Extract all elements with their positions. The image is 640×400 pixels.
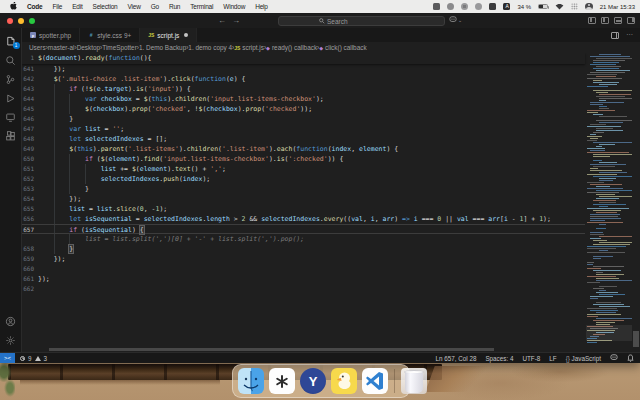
battery-icon[interactable] [538,4,548,10]
zoom-window-button[interactable] [29,18,35,24]
code-line[interactable]: 649 $(this).parent('.list-items').childr… [22,144,585,154]
menu-file[interactable]: File [47,3,67,10]
menu-terminal[interactable]: Terminal [185,3,218,10]
code-line[interactable]: 652 selectedIndexes.push(index); [22,174,585,184]
menu-code[interactable]: Code [22,3,47,10]
app-status-icon-1[interactable] [433,3,440,10]
code-line[interactable]: 657 if (isSequential) { [22,224,585,234]
code-line[interactable]: 658 } [22,244,585,254]
remote-explorer-icon[interactable] [2,108,20,127]
navigate-back-button[interactable]: ← [218,16,226,25]
dock-yandex-icon[interactable]: Y [300,368,326,394]
code-line[interactable]: 660 [22,264,585,274]
tab-style.css[interactable]: #style.css 9+ [80,28,140,42]
toggle-panel-icon[interactable] [614,17,622,24]
breadcrumb-item[interactable]: 1. Demo Backup [139,44,186,51]
problems-status[interactable]: 9 3 [20,355,47,362]
breadcrumb-item[interactable]: 1. demo copy 4 [188,44,232,51]
remote-indicator[interactable]: >< [0,353,15,363]
eol-sequence[interactable]: LF [549,355,556,362]
code-editor[interactable]: 1$(document).ready(function(){641 });642… [22,53,640,352]
app-status-icon-2[interactable] [447,3,454,10]
dock-finder-icon[interactable] [238,368,264,394]
code-line[interactable]: 646 } [22,114,585,124]
code-line[interactable]: 643 if (!$(e.target).is('input')) { [22,84,585,94]
extensions-icon[interactable] [2,127,20,146]
split-editor-icon[interactable] [611,32,619,39]
editor-more-actions-icon[interactable]: ⋯ [626,31,634,39]
minimize-window-button[interactable] [18,18,24,24]
encoding[interactable]: UTF-8 [522,355,540,362]
menu-run[interactable]: Run [164,3,185,10]
horizontal-scrollbar[interactable] [49,348,494,351]
menu-selection[interactable]: Selection [88,3,123,10]
code-line[interactable]: 654 }); [22,194,585,204]
toggle-sidebar-icon[interactable] [588,17,596,24]
battery-percent[interactable]: 34 % [517,4,531,10]
search-icon[interactable] [2,51,20,70]
code-line[interactable]: 650 if ($(element).find('input.list-item… [22,154,585,164]
accounts-icon[interactable] [2,312,20,331]
tab-script.js[interactable]: JSscript.js [140,28,197,42]
keyboard-input-icon[interactable] [571,3,578,10]
settings-gear-icon[interactable] [2,331,20,350]
dock-cyberduck-icon[interactable] [331,368,357,394]
dock-vscode-icon[interactable] [362,368,388,394]
input-a-icon[interactable]: A [503,3,510,10]
breadcrumb-item[interactable]: Desktop [77,44,100,51]
command-center-search[interactable]: Search [278,16,445,27]
explorer-icon[interactable]: 1 [2,32,20,51]
code-line[interactable]: 644 var checkbox = $(this).children('inp… [22,94,585,104]
breadcrumb-item[interactable]: JSscript.js [234,44,264,51]
menubar-clock[interactable]: 21 Mar 15:33 [600,4,635,10]
code-line[interactable]: 656 let isSequential = selectedIndexes.l… [22,214,585,224]
close-window-button[interactable] [7,18,13,24]
menu-view[interactable]: View [123,3,146,10]
wifi-icon[interactable] [555,3,564,10]
language-mode[interactable]: {} JavaScript [566,355,601,362]
navigate-forward-button[interactable]: → [232,16,240,25]
code-line[interactable]: list = list.split(',')[0] + '-' + list.s… [22,234,585,244]
menu-help[interactable]: Help [250,3,273,10]
sticky-scroll-line[interactable]: 1$(document).ready(function(){ [22,53,585,64]
code-line[interactable]: 647 var list = ''; [22,124,585,134]
modified-dot[interactable] [184,33,188,37]
code-line[interactable]: 659 }); [22,254,585,264]
indentation[interactable]: Spaces: 4 [485,355,513,362]
app-status-icon-3[interactable] [475,3,482,10]
tab-spotter.php[interactable]: pspotter.php [22,28,80,42]
toggle-secondary-sidebar-icon[interactable] [627,17,635,24]
minimap[interactable] [586,54,632,345]
code-line[interactable]: 645 $(checkbox).prop('checked', !$(check… [22,104,585,114]
code-line[interactable]: 662 [22,284,585,294]
breadcrumb-item[interactable]: Users [29,44,46,51]
breadcrumb-item[interactable]: ◆click() callback [319,44,366,51]
breadcrumb-item[interactable]: ◆ready() callback [266,44,317,51]
code-line[interactable]: 661}); [22,274,585,284]
menu-go[interactable]: Go [146,3,164,10]
copilot-status-icon[interactable] [610,354,618,362]
code-line[interactable]: 641 }); [22,64,585,74]
cursor-position[interactable]: Ln 657, Col 28 [435,355,476,362]
vertical-scrollbar[interactable] [633,331,639,347]
code-line[interactable]: 651 list += $(element).text() + ','; [22,164,585,174]
settings-menu-icon[interactable] [461,3,468,10]
dock-trash-icon[interactable] [401,368,427,394]
code-line[interactable]: 653 } [22,184,585,194]
menu-edit[interactable]: Edit [67,3,87,10]
toggle-primary-sidebar-icon[interactable] [601,17,609,24]
code-line[interactable]: 648 let selectedIndexes = []; [22,134,585,144]
minimap-slider[interactable] [586,325,632,341]
dock-chatgpt-icon[interactable] [269,368,295,394]
notifications-bell-icon[interactable] [627,354,634,363]
user-menu-icon[interactable] [585,3,593,11]
source-control-icon[interactable] [2,70,20,89]
breadcrumb-item[interactable]: TimeSpotter [102,44,137,51]
app-status-icon-4[interactable] [489,3,496,10]
copilot-menu-button[interactable]: ⌄ [449,16,462,23]
apple-menu-icon[interactable] [9,2,17,11]
menu-window[interactable]: Window [218,3,250,10]
breadcrumb-item[interactable]: master-al [48,44,75,51]
run-debug-icon[interactable] [2,89,20,108]
code-line[interactable]: 642 $('.multi-choice .list-item').click(… [22,74,585,84]
